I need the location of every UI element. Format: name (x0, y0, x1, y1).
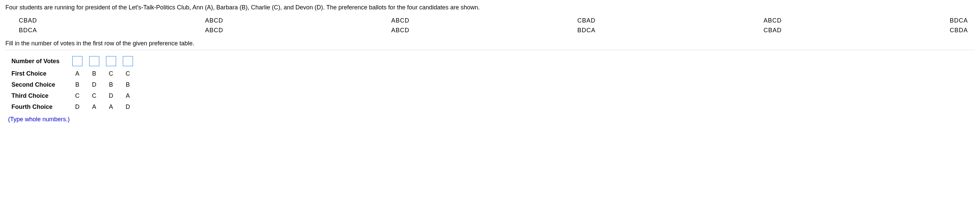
table-cell: C (103, 68, 119, 79)
ballots-container: CBAD BDCA ABCD ABCD ABCD ABCD CBAD BDCA … (5, 17, 975, 34)
row-label-fourth: Fourth Choice (8, 101, 69, 112)
votes-input-3[interactable] (106, 56, 116, 66)
ballot-item: BDCA (950, 17, 968, 24)
section-divider (5, 50, 975, 50)
row-label-second: Second Choice (8, 79, 69, 90)
table-row-fourth: Fourth Choice D A A D (8, 101, 136, 112)
ballot-item: ABCD (391, 27, 409, 34)
table-cell: C (119, 68, 136, 79)
table-cell: C (69, 90, 86, 101)
ballot-column: ABCD CBAD (764, 17, 782, 34)
table-cell: B (86, 68, 103, 79)
table-cell: A (86, 101, 103, 112)
table-cell: D (119, 101, 136, 112)
table-cell: D (69, 101, 86, 112)
problem-intro: Four students are running for president … (5, 4, 975, 11)
ballot-item: ABCD (764, 17, 782, 24)
ballot-item: BDCA (19, 27, 37, 34)
ballot-item: ABCD (205, 17, 223, 24)
table-row-second: Second Choice B D B B (8, 79, 136, 90)
row-label-third: Third Choice (8, 90, 69, 101)
ballot-column: ABCD ABCD (391, 17, 409, 34)
table-cell: A (119, 90, 136, 101)
ballot-item: CBAD (19, 17, 37, 24)
row-label-first: First Choice (8, 68, 69, 79)
table-cell: A (69, 68, 86, 79)
votes-input-4[interactable] (123, 56, 133, 66)
ballot-item: CBAD (764, 27, 782, 34)
row-label-votes: Number of Votes (8, 54, 69, 68)
table-cell: B (69, 79, 86, 90)
table-cell: A (103, 101, 119, 112)
votes-input-2[interactable] (89, 56, 99, 66)
ballot-item: CBAD (578, 17, 596, 24)
table-cell: B (119, 79, 136, 90)
ballot-column: CBAD BDCA (19, 17, 37, 34)
instruction-text: Fill in the number of votes in the first… (5, 40, 975, 47)
input-hint: (Type whole numbers.) (8, 116, 975, 123)
ballot-item: ABCD (391, 17, 409, 24)
table-cell: C (86, 90, 103, 101)
preference-table: Number of Votes First Choice A B C C Sec… (8, 54, 136, 112)
votes-input-1[interactable] (72, 56, 83, 66)
table-cell: B (103, 79, 119, 90)
ballot-column: ABCD ABCD (205, 17, 223, 34)
ballot-item: CBDA (950, 27, 968, 34)
table-row-votes: Number of Votes (8, 54, 136, 68)
table-cell: D (86, 79, 103, 90)
table-row-third: Third Choice C C D A (8, 90, 136, 101)
ballot-item: BDCA (578, 27, 596, 34)
table-cell: D (103, 90, 119, 101)
table-row-first: First Choice A B C C (8, 68, 136, 79)
ballot-column: BDCA CBDA (950, 17, 968, 34)
ballot-item: ABCD (205, 27, 223, 34)
ballot-column: CBAD BDCA (578, 17, 596, 34)
